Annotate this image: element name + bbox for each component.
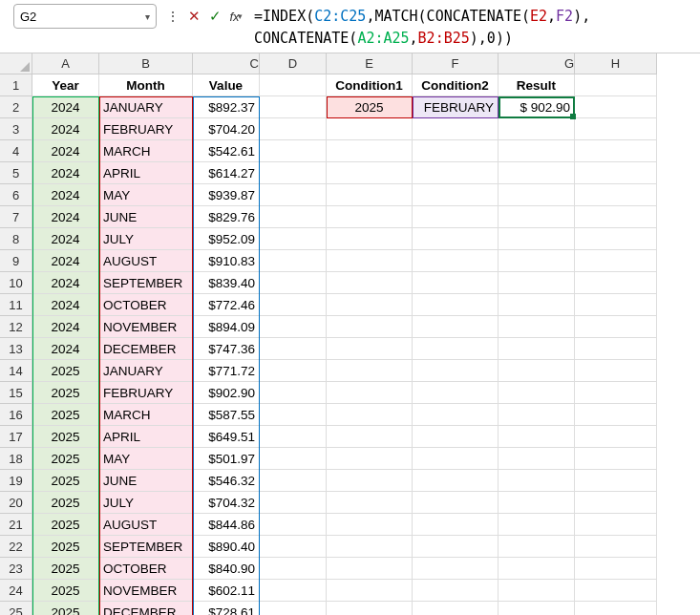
cell-B4[interactable]: MARCH: [99, 140, 193, 162]
cell-H22[interactable]: [575, 536, 657, 558]
cell-C12[interactable]: $894.09: [193, 316, 260, 338]
col-header-D[interactable]: D: [260, 53, 327, 74]
fx-icon[interactable]: fx▾: [225, 4, 246, 29]
cell-G21[interactable]: [498, 514, 575, 536]
cell-C2[interactable]: $892.37: [193, 96, 260, 118]
cell-H16[interactable]: [575, 404, 657, 426]
cell-F5[interactable]: [413, 162, 498, 184]
col-header-E[interactable]: E: [327, 53, 413, 74]
row-header-24[interactable]: 24: [0, 580, 32, 602]
cell-D5[interactable]: [260, 162, 327, 184]
cell-E2[interactable]: 2025: [327, 96, 413, 118]
cancel-button[interactable]: ✕: [183, 4, 204, 29]
cell-A1[interactable]: Year: [32, 74, 99, 96]
cell-G5[interactable]: [498, 162, 575, 184]
cell-F19[interactable]: [413, 470, 498, 492]
cell-D8[interactable]: [260, 228, 327, 250]
cell-B16[interactable]: MARCH: [99, 404, 193, 426]
cell-A22[interactable]: 2025: [32, 536, 99, 558]
cell-D6[interactable]: [260, 184, 327, 206]
cell-C15[interactable]: $902.90: [193, 382, 260, 404]
cell-F2[interactable]: FEBRUARY: [413, 96, 498, 118]
cell-F12[interactable]: [413, 316, 498, 338]
cell-C8[interactable]: $952.09: [193, 228, 260, 250]
cell-H5[interactable]: [575, 162, 657, 184]
cell-D22[interactable]: [260, 536, 327, 558]
cell-C19[interactable]: $546.32: [193, 470, 260, 492]
col-header-B[interactable]: B: [99, 53, 193, 74]
cell-H13[interactable]: [575, 338, 657, 360]
cell-A16[interactable]: 2025: [32, 404, 99, 426]
cell-F9[interactable]: [413, 250, 498, 272]
cell-B21[interactable]: AUGUST: [99, 514, 193, 536]
cell-B17[interactable]: APRIL: [99, 426, 193, 448]
row-header-5[interactable]: 5: [0, 162, 32, 184]
row-header-22[interactable]: 22: [0, 536, 32, 558]
cell-H12[interactable]: [575, 316, 657, 338]
cell-H19[interactable]: [575, 470, 657, 492]
cell-A2[interactable]: 2024: [32, 96, 99, 118]
cell-C20[interactable]: $704.32: [193, 492, 260, 514]
cell-D19[interactable]: [260, 470, 327, 492]
cell-C16[interactable]: $587.55: [193, 404, 260, 426]
chevron-down-icon[interactable]: ▾: [145, 11, 150, 22]
cell-H17[interactable]: [575, 426, 657, 448]
cell-D20[interactable]: [260, 492, 327, 514]
row-header-17[interactable]: 17: [0, 426, 32, 448]
cell-C24[interactable]: $602.11: [193, 580, 260, 602]
cell-B24[interactable]: NOVEMBER: [99, 580, 193, 602]
cell-A9[interactable]: 2024: [32, 250, 99, 272]
col-header-G[interactable]: G: [498, 53, 575, 74]
cell-H23[interactable]: [575, 558, 657, 580]
cell-G10[interactable]: [498, 272, 575, 294]
cell-E8[interactable]: [327, 228, 413, 250]
spreadsheet-grid[interactable]: A B C D E F G H 1YearMonthValueCondition…: [0, 53, 700, 615]
row-header-15[interactable]: 15: [0, 382, 32, 404]
cell-D1[interactable]: [260, 74, 327, 96]
cell-H21[interactable]: [575, 514, 657, 536]
cell-G7[interactable]: [498, 206, 575, 228]
row-header-12[interactable]: 12: [0, 316, 32, 338]
cell-C14[interactable]: $771.72: [193, 360, 260, 382]
cell-H14[interactable]: [575, 360, 657, 382]
cell-A6[interactable]: 2024: [32, 184, 99, 206]
cell-B19[interactable]: JUNE: [99, 470, 193, 492]
cell-F8[interactable]: [413, 228, 498, 250]
col-header-A[interactable]: A: [32, 53, 99, 74]
cell-F25[interactable]: [413, 602, 498, 615]
cell-E18[interactable]: [327, 448, 413, 470]
cell-C23[interactable]: $840.90: [193, 558, 260, 580]
cell-C4[interactable]: $542.61: [193, 140, 260, 162]
cell-B9[interactable]: AUGUST: [99, 250, 193, 272]
cell-H15[interactable]: [575, 382, 657, 404]
cell-A15[interactable]: 2025: [32, 382, 99, 404]
cell-G6[interactable]: [498, 184, 575, 206]
cell-D17[interactable]: [260, 426, 327, 448]
row-header-16[interactable]: 16: [0, 404, 32, 426]
cell-H10[interactable]: [575, 272, 657, 294]
cell-B14[interactable]: JANUARY: [99, 360, 193, 382]
cell-G12[interactable]: [498, 316, 575, 338]
cell-E15[interactable]: [327, 382, 413, 404]
cell-E21[interactable]: [327, 514, 413, 536]
cell-D9[interactable]: [260, 250, 327, 272]
cell-E12[interactable]: [327, 316, 413, 338]
cell-H25[interactable]: [575, 602, 657, 615]
cell-G20[interactable]: [498, 492, 575, 514]
row-header-18[interactable]: 18: [0, 448, 32, 470]
cell-C6[interactable]: $939.87: [193, 184, 260, 206]
cell-E16[interactable]: [327, 404, 413, 426]
cell-F6[interactable]: [413, 184, 498, 206]
cell-C5[interactable]: $614.27: [193, 162, 260, 184]
cell-F14[interactable]: [413, 360, 498, 382]
cell-A5[interactable]: 2024: [32, 162, 99, 184]
cell-F1[interactable]: Condition2: [413, 74, 498, 96]
row-header-20[interactable]: 20: [0, 492, 32, 514]
cell-G18[interactable]: [498, 448, 575, 470]
cell-H4[interactable]: [575, 140, 657, 162]
col-header-H[interactable]: H: [575, 53, 657, 74]
cell-A7[interactable]: 2024: [32, 206, 99, 228]
cell-B5[interactable]: APRIL: [99, 162, 193, 184]
cell-D7[interactable]: [260, 206, 327, 228]
cell-E25[interactable]: [327, 602, 413, 615]
